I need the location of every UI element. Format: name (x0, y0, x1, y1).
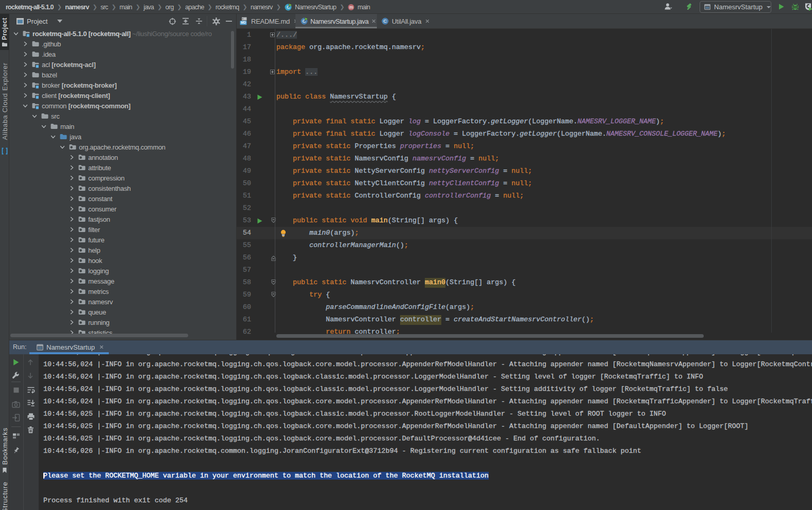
svg-text:m: m (350, 5, 354, 10)
svg-text:C: C (384, 18, 387, 24)
svg-text:MD: MD (241, 21, 246, 24)
